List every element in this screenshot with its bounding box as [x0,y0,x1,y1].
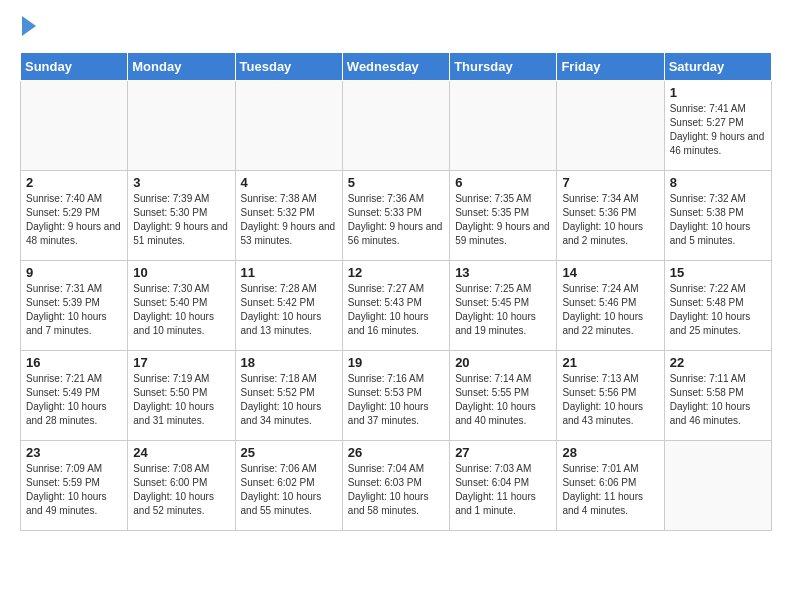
day-number: 12 [348,265,444,280]
day-info: Sunrise: 7:13 AM Sunset: 5:56 PM Dayligh… [562,372,658,428]
calendar-cell: 13Sunrise: 7:25 AM Sunset: 5:45 PM Dayli… [450,261,557,351]
day-info: Sunrise: 7:36 AM Sunset: 5:33 PM Dayligh… [348,192,444,248]
calendar-cell: 4Sunrise: 7:38 AM Sunset: 5:32 PM Daylig… [235,171,342,261]
day-info: Sunrise: 7:24 AM Sunset: 5:46 PM Dayligh… [562,282,658,338]
day-info: Sunrise: 7:35 AM Sunset: 5:35 PM Dayligh… [455,192,551,248]
week-row-1: 1Sunrise: 7:41 AM Sunset: 5:27 PM Daylig… [21,81,772,171]
calendar-cell: 9Sunrise: 7:31 AM Sunset: 5:39 PM Daylig… [21,261,128,351]
day-number: 26 [348,445,444,460]
day-info: Sunrise: 7:31 AM Sunset: 5:39 PM Dayligh… [26,282,122,338]
calendar-cell: 22Sunrise: 7:11 AM Sunset: 5:58 PM Dayli… [664,351,771,441]
logo [20,20,36,36]
calendar-cell: 19Sunrise: 7:16 AM Sunset: 5:53 PM Dayli… [342,351,449,441]
day-number: 6 [455,175,551,190]
day-number: 22 [670,355,766,370]
day-number: 28 [562,445,658,460]
day-info: Sunrise: 7:25 AM Sunset: 5:45 PM Dayligh… [455,282,551,338]
calendar-cell [128,81,235,171]
page-header [20,20,772,36]
day-number: 18 [241,355,337,370]
column-header-thursday: Thursday [450,53,557,81]
calendar-cell: 1Sunrise: 7:41 AM Sunset: 5:27 PM Daylig… [664,81,771,171]
calendar-cell: 25Sunrise: 7:06 AM Sunset: 6:02 PM Dayli… [235,441,342,531]
day-info: Sunrise: 7:41 AM Sunset: 5:27 PM Dayligh… [670,102,766,158]
day-number: 1 [670,85,766,100]
column-header-monday: Monday [128,53,235,81]
day-info: Sunrise: 7:30 AM Sunset: 5:40 PM Dayligh… [133,282,229,338]
calendar-cell: 6Sunrise: 7:35 AM Sunset: 5:35 PM Daylig… [450,171,557,261]
day-info: Sunrise: 7:04 AM Sunset: 6:03 PM Dayligh… [348,462,444,518]
week-row-2: 2Sunrise: 7:40 AM Sunset: 5:29 PM Daylig… [21,171,772,261]
calendar-cell: 27Sunrise: 7:03 AM Sunset: 6:04 PM Dayli… [450,441,557,531]
day-info: Sunrise: 7:03 AM Sunset: 6:04 PM Dayligh… [455,462,551,518]
day-info: Sunrise: 7:39 AM Sunset: 5:30 PM Dayligh… [133,192,229,248]
calendar-cell: 11Sunrise: 7:28 AM Sunset: 5:42 PM Dayli… [235,261,342,351]
day-info: Sunrise: 7:09 AM Sunset: 5:59 PM Dayligh… [26,462,122,518]
column-header-friday: Friday [557,53,664,81]
logo-arrow-icon [22,16,36,36]
calendar-cell: 24Sunrise: 7:08 AM Sunset: 6:00 PM Dayli… [128,441,235,531]
day-number: 14 [562,265,658,280]
calendar-cell [342,81,449,171]
calendar-cell: 28Sunrise: 7:01 AM Sunset: 6:06 PM Dayli… [557,441,664,531]
day-number: 15 [670,265,766,280]
day-info: Sunrise: 7:32 AM Sunset: 5:38 PM Dayligh… [670,192,766,248]
day-number: 4 [241,175,337,190]
calendar-cell: 21Sunrise: 7:13 AM Sunset: 5:56 PM Dayli… [557,351,664,441]
day-info: Sunrise: 7:18 AM Sunset: 5:52 PM Dayligh… [241,372,337,428]
calendar-cell: 5Sunrise: 7:36 AM Sunset: 5:33 PM Daylig… [342,171,449,261]
day-info: Sunrise: 7:38 AM Sunset: 5:32 PM Dayligh… [241,192,337,248]
calendar-cell: 20Sunrise: 7:14 AM Sunset: 5:55 PM Dayli… [450,351,557,441]
calendar-cell: 7Sunrise: 7:34 AM Sunset: 5:36 PM Daylig… [557,171,664,261]
day-number: 5 [348,175,444,190]
calendar-cell [21,81,128,171]
calendar-cell [664,441,771,531]
day-number: 8 [670,175,766,190]
calendar-cell: 3Sunrise: 7:39 AM Sunset: 5:30 PM Daylig… [128,171,235,261]
calendar-cell [235,81,342,171]
calendar-cell: 8Sunrise: 7:32 AM Sunset: 5:38 PM Daylig… [664,171,771,261]
calendar-cell: 10Sunrise: 7:30 AM Sunset: 5:40 PM Dayli… [128,261,235,351]
calendar-cell [557,81,664,171]
day-number: 16 [26,355,122,370]
calendar-cell: 17Sunrise: 7:19 AM Sunset: 5:50 PM Dayli… [128,351,235,441]
day-info: Sunrise: 7:22 AM Sunset: 5:48 PM Dayligh… [670,282,766,338]
calendar-cell: 23Sunrise: 7:09 AM Sunset: 5:59 PM Dayli… [21,441,128,531]
day-number: 19 [348,355,444,370]
calendar-header-row: SundayMondayTuesdayWednesdayThursdayFrid… [21,53,772,81]
day-number: 13 [455,265,551,280]
day-info: Sunrise: 7:14 AM Sunset: 5:55 PM Dayligh… [455,372,551,428]
calendar-table: SundayMondayTuesdayWednesdayThursdayFrid… [20,52,772,531]
day-number: 2 [26,175,122,190]
column-header-saturday: Saturday [664,53,771,81]
day-info: Sunrise: 7:11 AM Sunset: 5:58 PM Dayligh… [670,372,766,428]
day-number: 21 [562,355,658,370]
day-info: Sunrise: 7:06 AM Sunset: 6:02 PM Dayligh… [241,462,337,518]
day-info: Sunrise: 7:27 AM Sunset: 5:43 PM Dayligh… [348,282,444,338]
week-row-5: 23Sunrise: 7:09 AM Sunset: 5:59 PM Dayli… [21,441,772,531]
day-number: 9 [26,265,122,280]
calendar-cell: 14Sunrise: 7:24 AM Sunset: 5:46 PM Dayli… [557,261,664,351]
day-info: Sunrise: 7:16 AM Sunset: 5:53 PM Dayligh… [348,372,444,428]
day-number: 24 [133,445,229,460]
calendar-cell: 2Sunrise: 7:40 AM Sunset: 5:29 PM Daylig… [21,171,128,261]
day-number: 27 [455,445,551,460]
day-number: 17 [133,355,229,370]
day-number: 25 [241,445,337,460]
day-info: Sunrise: 7:40 AM Sunset: 5:29 PM Dayligh… [26,192,122,248]
calendar-cell: 15Sunrise: 7:22 AM Sunset: 5:48 PM Dayli… [664,261,771,351]
day-number: 11 [241,265,337,280]
calendar-cell [450,81,557,171]
day-info: Sunrise: 7:21 AM Sunset: 5:49 PM Dayligh… [26,372,122,428]
day-info: Sunrise: 7:19 AM Sunset: 5:50 PM Dayligh… [133,372,229,428]
day-number: 23 [26,445,122,460]
day-info: Sunrise: 7:01 AM Sunset: 6:06 PM Dayligh… [562,462,658,518]
day-number: 3 [133,175,229,190]
calendar-cell: 12Sunrise: 7:27 AM Sunset: 5:43 PM Dayli… [342,261,449,351]
calendar-cell: 16Sunrise: 7:21 AM Sunset: 5:49 PM Dayli… [21,351,128,441]
column-header-wednesday: Wednesday [342,53,449,81]
day-info: Sunrise: 7:08 AM Sunset: 6:00 PM Dayligh… [133,462,229,518]
day-info: Sunrise: 7:28 AM Sunset: 5:42 PM Dayligh… [241,282,337,338]
week-row-3: 9Sunrise: 7:31 AM Sunset: 5:39 PM Daylig… [21,261,772,351]
week-row-4: 16Sunrise: 7:21 AM Sunset: 5:49 PM Dayli… [21,351,772,441]
